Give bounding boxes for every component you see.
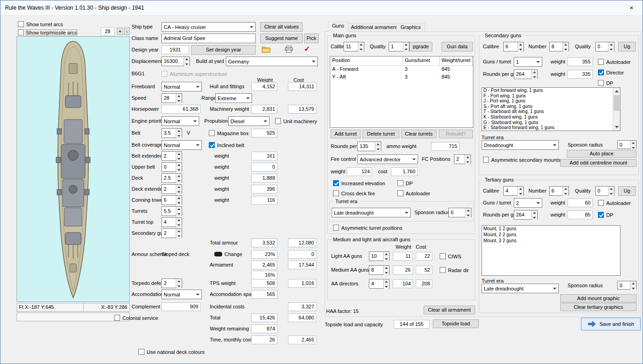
belt-extended-spinner[interactable]: 2 <box>161 151 182 161</box>
list-item[interactable]: G - Starboard wing, 1 guns <box>482 120 620 125</box>
spinner-buttons[interactable] <box>176 229 182 238</box>
main-upgrade-button[interactable]: pgrade <box>409 42 432 51</box>
sec-upgrade-button[interactable]: Ug <box>618 42 636 51</box>
list-item[interactable]: Mount, 3 2 guns <box>482 238 620 244</box>
spinner-buttons[interactable] <box>608 42 614 51</box>
spinner-buttons[interactable] <box>608 187 614 195</box>
spinner-buttons[interactable] <box>563 187 568 195</box>
freeboard-select[interactable]: Normal <box>161 82 202 91</box>
main-sponson-radius-spinner[interactable]: 6 <box>448 208 471 217</box>
ter-quality-spinner[interactable]: 0 <box>595 186 614 196</box>
add-turret-button[interactable]: Add turret <box>331 130 361 138</box>
show-torp-arcs-checkbox[interactable]: Show torp/missile arcs <box>18 29 77 36</box>
sec-rounds-spinner[interactable]: 264 <box>514 69 538 79</box>
inclined-belt-checkbox[interactable]: Inclined belt <box>209 142 244 148</box>
spinner-buttons[interactable] <box>176 218 182 227</box>
aa-directors-spinner[interactable]: 4 <box>369 279 390 289</box>
table-row[interactable]: Y - Aft 3 845 <box>330 74 473 81</box>
spinner-buttons[interactable] <box>630 141 636 148</box>
spinner-buttons[interactable] <box>517 187 523 195</box>
ter-dp-checkbox[interactable]: DP <box>598 211 613 218</box>
turrets-spinner[interactable]: 5.5 <box>161 206 182 216</box>
set-design-year-button[interactable]: Set design year <box>191 45 256 55</box>
spinner-buttons[interactable] <box>176 207 182 216</box>
sec-sponson-radius-spinner[interactable]: 0 <box>617 140 637 149</box>
unit-machinery-checkbox[interactable]: Unit machinery <box>275 118 317 125</box>
delete-turret-button[interactable]: Delete turret <box>362 130 399 138</box>
rounds-per-gun-spinner[interactable]: 135 <box>357 142 381 151</box>
pick-name-button[interactable]: Pick <box>304 34 319 43</box>
fc-positions-spinner[interactable]: 2 <box>454 154 471 164</box>
ter-sponson-radius-spinner[interactable]: 0 <box>617 281 637 290</box>
topside-load-button[interactable]: Topside load <box>433 319 479 328</box>
save-and-finish-button[interactable]: Save and finish <box>581 318 641 330</box>
radar-dir-checkbox[interactable]: Radar dir <box>440 267 469 273</box>
spinner-buttons[interactable] <box>465 155 471 164</box>
spinner-buttons[interactable] <box>563 42 568 51</box>
spinner-buttons[interactable] <box>176 185 182 193</box>
asymmetric-secondary-mounts-checkbox[interactable]: Asymmetric secondary mounts <box>483 156 560 163</box>
spinner-buttons[interactable] <box>358 42 364 51</box>
main-dp-checkbox[interactable]: DP <box>397 180 413 187</box>
change-armour-icon[interactable] <box>214 252 222 256</box>
scroll-down-icon[interactable] <box>613 124 620 131</box>
medium-aa-spinner[interactable]: 8 <box>369 265 390 275</box>
spinner-buttons[interactable] <box>531 210 537 219</box>
ter-guns-per-turret-select[interactable]: 2 <box>514 198 542 208</box>
spinner-buttons[interactable] <box>176 163 182 171</box>
spinner-buttons[interactable] <box>383 252 389 261</box>
secondary-guns-armour-spinner[interactable]: 2 <box>161 228 182 238</box>
national-deck-colours-checkbox[interactable]: Use national deck colours <box>138 348 205 355</box>
main-guns-table[interactable]: Position Guns/turret Weight/turret A - F… <box>330 56 473 128</box>
scrollbar-track[interactable] <box>613 111 620 124</box>
tab-additional-armament[interactable]: Additional armament <box>347 23 402 32</box>
ship-design-canvas[interactable] <box>17 36 130 302</box>
auto-place-button[interactable]: Auto place <box>567 150 637 158</box>
spinner-buttons[interactable] <box>176 94 182 102</box>
list-item[interactable]: Mount, 2 2 guns <box>482 232 620 238</box>
table-row[interactable]: A - Forward 3 845 <box>330 66 473 74</box>
sec-quality-spinner[interactable]: 0 <box>595 42 614 51</box>
spinner-buttons[interactable] <box>375 142 381 151</box>
spinner-buttons[interactable] <box>176 152 182 160</box>
clear-all-armament-button[interactable]: Clear all armament <box>424 306 475 314</box>
clear-tertiary-graphics-button[interactable]: Clear tertiary graphics <box>560 303 637 311</box>
list-item[interactable]: J - Port wing, 1 guns <box>482 98 620 104</box>
sec-director-checkbox[interactable]: Director <box>598 69 624 76</box>
gun-data-button[interactable]: Gun data <box>442 42 473 51</box>
tab-guns[interactable]: Guns <box>328 22 348 32</box>
list-item[interactable]: E - Starboard forward wing, 1 guns <box>482 125 620 131</box>
sec-dp-checkbox[interactable]: DP <box>598 80 613 86</box>
upper-belt-spinner[interactable]: 0 <box>161 162 182 172</box>
displacement-spinner[interactable]: 16300 <box>161 57 190 66</box>
main-calibre-spinner[interactable]: 11 <box>344 42 364 51</box>
change-armour-link[interactable]: Change <box>224 251 242 258</box>
deck-spinner[interactable]: 2.5 <box>161 173 182 183</box>
deck-extended-spinner[interactable]: 2 <box>161 184 182 194</box>
sec-turret-era-select[interactable]: Dreadnought <box>482 140 559 150</box>
main-quality-spinner[interactable]: 1 <box>389 42 409 51</box>
ship-type-select[interactable]: CA - Heavy cruiser <box>161 22 256 32</box>
ter-calibre-spinner[interactable]: 4 <box>503 186 524 196</box>
ter-upgrade-button[interactable]: Ug <box>618 186 636 196</box>
fire-control-select[interactable]: Advanced director <box>357 154 418 164</box>
ter-number-spinner[interactable]: 6 <box>549 186 569 196</box>
sec-number-spinner[interactable]: 8 <box>549 42 569 51</box>
propulsion-select[interactable]: Diesel <box>228 116 270 126</box>
ter-turret-era-select[interactable]: Late dreadnought <box>482 284 559 293</box>
scrollbar-thumb[interactable] <box>614 95 620 111</box>
secondary-positions-list[interactable]: D - Port forward wing, 1 guns F - Port w… <box>482 87 620 131</box>
belt-spinner[interactable]: 3.5 <box>161 128 182 138</box>
add-odd-centreline-mount-button[interactable]: Add odd centreline mount <box>560 159 637 167</box>
tab-graphics[interactable]: Graphics <box>396 23 425 32</box>
zoom-out-button[interactable]: - <box>124 28 130 35</box>
increased-elevation-checkbox[interactable]: Increased elevation <box>333 180 385 187</box>
main-autoloader-checkbox[interactable]: Autoloader <box>397 190 430 197</box>
spinner-buttons[interactable] <box>383 266 389 274</box>
list-item[interactable]: F - Port wing, 1 guns <box>482 93 620 99</box>
cross-deck-fire-checkbox[interactable]: Cross deck fire <box>333 190 375 197</box>
ter-rounds-spinner[interactable]: 264 <box>514 210 538 220</box>
open-folder-icon[interactable] <box>262 46 270 54</box>
tertiary-mounts-list[interactable]: Mount, 1 2 guns Mount, 2 2 guns Mount, 3… <box>482 225 620 276</box>
spinner-buttons[interactable] <box>531 70 537 79</box>
